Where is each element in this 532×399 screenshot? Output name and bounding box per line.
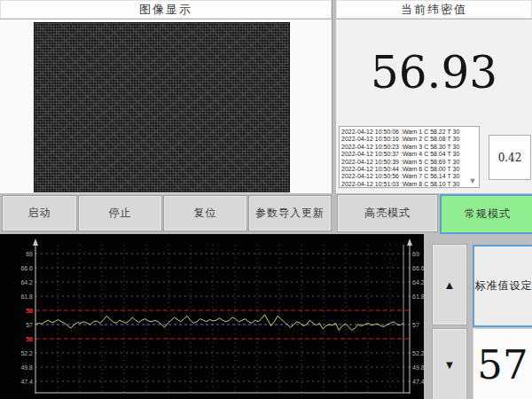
log-row: 2022-04-12 10:50:16 :Warn 2 C 58.08 T 30	[341, 136, 479, 143]
svg-text:47.4: 47.4	[412, 379, 424, 385]
weft-density-panel-title: 当前纬密值	[336, 0, 532, 20]
log-row: 2022-04-12 10:50:23 :Warn 3 C 58.30 T 30	[341, 144, 479, 151]
stop-button[interactable]: 停止	[78, 195, 162, 231]
increase-standard-button[interactable]: ▲	[432, 244, 467, 325]
decrease-standard-button[interactable]: ▼	[432, 328, 467, 399]
log-row: 2022-04-12 10:50:06 :Warn 1 C 58.22 T 30	[341, 129, 479, 136]
svg-text:49.8: 49.8	[20, 364, 33, 371]
app-window: 图像显示 当前纬密值 56.93 2022-04-12 10:50:06 :Wa…	[0, 0, 532, 399]
image-display-panel: 图像显示	[0, 0, 332, 193]
trend-chart-canvas: 696966.666.664.264.261.861.85857575652.2…	[0, 234, 424, 399]
svg-text:56: 56	[26, 336, 33, 342]
svg-text:66.6: 66.6	[20, 265, 33, 271]
log-row: 2022-04-12 10:50:39 :Warn 5 C 58.69 T 30	[341, 159, 479, 166]
log-row: 2022-04-12 10:51:03 :Warn 8 C 58.10 T 30	[341, 181, 479, 188]
image-panel-title: 图像显示	[0, 0, 332, 20]
svg-text:52.2: 52.2	[412, 350, 424, 356]
set-standard-value-button[interactable]: 标准值设定	[473, 245, 532, 327]
svg-text:58: 58	[26, 308, 33, 314]
svg-text:47.4: 47.4	[20, 379, 33, 385]
weft-density-trend-chart: 696966.666.664.264.261.861.85857575652.2…	[0, 234, 424, 399]
reset-button[interactable]: 复位	[163, 195, 247, 231]
measurement-log-list[interactable]: 2022-04-12 10:50:06 :Warn 1 C 58.22 T 30…	[339, 126, 480, 188]
current-weft-density-value: 56.93	[336, 25, 532, 121]
weft-density-panel: 当前纬密值 56.93 2022-04-12 10:50:06 :Warn 1 …	[336, 0, 532, 193]
fabric-camera-image	[34, 22, 290, 192]
svg-text:69: 69	[412, 251, 419, 257]
svg-text:61.8: 61.8	[20, 293, 33, 300]
standard-value-display: 57	[473, 328, 532, 399]
down-arrow-icon: ▼	[444, 358, 456, 372]
svg-text:69: 69	[26, 251, 33, 257]
log-row: 2022-04-12 10:50:37 :Warn 4 C 58.04 T 30	[341, 151, 479, 158]
import-params-button[interactable]: 参数导入更新	[248, 195, 332, 231]
highlight-mode-button[interactable]: 高亮模式	[337, 194, 438, 232]
svg-text:57: 57	[26, 322, 33, 328]
weft-density-series-line	[35, 315, 403, 331]
start-button[interactable]: 启动	[2, 195, 77, 231]
scroll-down-icon[interactable]: ▼	[467, 176, 478, 186]
up-arrow-icon: ▲	[444, 278, 456, 292]
deviation-value-box: 0.42	[489, 135, 531, 180]
log-row: 2022-04-12 10:50:44 :Warn 6 C 58.00 T 30	[341, 166, 479, 173]
svg-text:57: 57	[412, 322, 419, 328]
svg-text:49.8: 49.8	[412, 364, 424, 371]
svg-text:66.6: 66.6	[412, 265, 424, 271]
svg-text:64.2: 64.2	[412, 279, 424, 286]
svg-text:64.2: 64.2	[20, 279, 33, 286]
svg-text:61.8: 61.8	[412, 293, 424, 300]
normal-mode-button[interactable]: 常规模式	[440, 194, 532, 234]
log-row: 2022-04-12 10:50:56 :Warn 7 C 56.14 T 30	[341, 173, 479, 180]
svg-text:52.2: 52.2	[20, 350, 33, 356]
